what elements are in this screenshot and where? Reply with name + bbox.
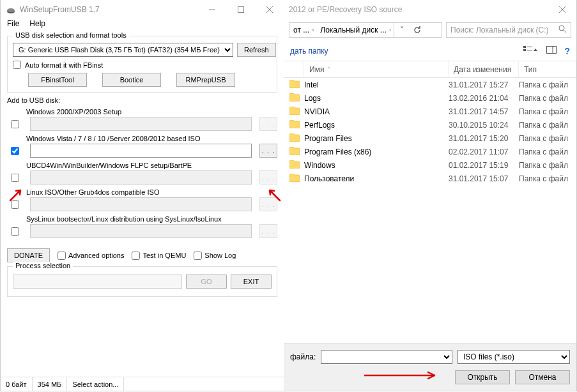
titlebar: WinSetupFromUSB 1.7	[1, 0, 284, 19]
iso2-input[interactable]	[30, 144, 252, 158]
list-item[interactable]: Program Files (x86)02.02.2017 11:07Папка…	[284, 145, 576, 158]
iso3-label: UBCD4Win/WinBuilder/Windows FLPC setup/B…	[26, 162, 277, 169]
file-dialog-window: 2012 or PE/Recovery ISO source от ...› Л…	[284, 0, 577, 391]
iso-section-2: Windows Vista / 7 / 8 / 10 /Server 2008/…	[7, 135, 277, 158]
folder-icon	[289, 80, 300, 90]
folder-icon	[289, 120, 300, 130]
search-input[interactable]: Поиск: Локальный диск (C:)	[446, 22, 571, 38]
list-item[interactable]: NVIDIA31.01.2017 14:57Папка с файл	[284, 105, 576, 118]
path-seg-1[interactable]: от ...›	[289, 23, 316, 37]
close-button[interactable]	[255, 0, 284, 19]
file-list: Intel31.01.2017 15:27Папка с файлLogs13.…	[284, 78, 576, 185]
file-date: 13.02.2016 21:04	[449, 94, 519, 103]
list-item[interactable]: PerfLogs30.10.2015 10:24Папка с файл	[284, 118, 576, 132]
iso2-label: Windows Vista / 7 / 8 / 10 /Server 2008/…	[26, 135, 277, 142]
help-icon[interactable]: ?	[564, 46, 570, 56]
iso4-checkbox[interactable]	[11, 200, 19, 209]
status-free: 354 МБ	[33, 377, 68, 391]
file-date: 30.10.2015 10:24	[449, 121, 519, 130]
file-type: Папка с файл	[519, 161, 576, 170]
autoformat-checkbox[interactable]	[13, 61, 21, 69]
iso5-checkbox[interactable]	[11, 227, 19, 236]
menu-file[interactable]: File	[7, 19, 19, 32]
bootice-button[interactable]: Bootice	[102, 73, 161, 87]
folder-icon	[289, 93, 300, 103]
list-item[interactable]: Logs13.02.2016 21:04Папка с файл	[284, 91, 576, 105]
file-date: 31.01.2017 15:07	[449, 174, 519, 183]
file-name: PerfLogs	[304, 121, 449, 130]
file-date: 02.02.2017 11:07	[449, 147, 519, 156]
filename-label: файла:	[290, 352, 316, 361]
menubar: File Help	[1, 19, 284, 32]
col-type[interactable]: Тип	[519, 61, 576, 77]
view-list-icon[interactable]	[523, 45, 539, 56]
filetype-select[interactable]: ISO files (*.iso)	[458, 350, 570, 364]
fbinst-button[interactable]: FBinstTool	[28, 73, 87, 87]
donate-button[interactable]: DONATE	[7, 248, 50, 262]
cancel-button[interactable]: Отмена	[515, 370, 570, 384]
minimize-button[interactable]	[197, 0, 226, 19]
list-item[interactable]: Пользователи31.01.2017 15:07Папка с файл	[284, 172, 576, 185]
dialog-toolbar: дать папку ?	[284, 41, 576, 61]
iso3-input	[30, 170, 252, 185]
file-name: Пользователи	[304, 174, 449, 183]
chevron-right-icon: ›	[312, 27, 314, 33]
path-dropdown-button[interactable]: ˅	[394, 23, 410, 37]
list-item[interactable]: Program Files31.01.2017 15:20Папка с фай…	[284, 132, 576, 145]
iso4-input	[30, 197, 252, 211]
qemu-checkbox[interactable]	[132, 252, 140, 260]
refresh-icon[interactable]	[410, 23, 425, 37]
svg-rect-11	[527, 47, 532, 47]
file-date: 31.01.2017 15:20	[449, 134, 519, 143]
file-name: Intel	[304, 80, 449, 89]
go-button[interactable]: GO	[186, 275, 227, 289]
pathbar: от ...› Локальный диск ...› ˅ Поиск: Лок…	[284, 19, 576, 41]
file-name: Windows	[304, 161, 449, 170]
col-name[interactable]: Имя ⌃	[304, 61, 449, 77]
new-folder-button[interactable]: дать папку	[290, 47, 328, 56]
preview-pane-icon[interactable]	[546, 46, 557, 56]
usb-selection-group: USB disk selection and format tools G: G…	[7, 36, 277, 93]
iso3-browse-button: . . .	[259, 170, 277, 185]
dialog-titlebar: 2012 or PE/Recovery ISO source	[284, 0, 576, 19]
statusbar: 0 байт 354 МБ Select action...	[1, 377, 284, 391]
disk-select[interactable]: G: Generic USB Flash Disk (3,75 ГБ Tot) …	[13, 43, 233, 57]
filename-input[interactable]	[321, 350, 452, 364]
iso2-browse-button[interactable]: . . .	[259, 144, 277, 158]
menu-help[interactable]: Help	[29, 19, 45, 32]
sort-asc-icon: ⌃	[327, 66, 331, 72]
list-item[interactable]: Intel31.01.2017 15:27Папка с файл	[284, 78, 576, 91]
svg-point-8	[559, 26, 564, 31]
showlog-checkbox[interactable]	[194, 252, 202, 260]
col-date[interactable]: Дата изменения	[449, 61, 519, 77]
dialog-close-button[interactable]	[548, 0, 576, 19]
search-icon	[558, 25, 567, 35]
iso3-checkbox[interactable]	[11, 174, 19, 182]
file-name: NVIDIA	[304, 107, 449, 116]
advanced-checkbox[interactable]	[58, 252, 66, 260]
svg-rect-12	[523, 49, 526, 51]
iso1-browse-button: . . .	[259, 117, 277, 131]
bottom-options: DONATE Advanced options Test in QEMU Sho…	[7, 248, 277, 262]
winsetup-window: WinSetupFromUSB 1.7 File Help USB disk s…	[0, 0, 284, 391]
process-legend: Process selection	[13, 262, 73, 269]
file-name: Program Files	[304, 134, 449, 143]
process-group: Process selection GO EXIT	[7, 266, 277, 297]
exit-button[interactable]: EXIT	[231, 275, 272, 289]
refresh-button[interactable]: Refresh	[237, 43, 276, 57]
maximize-button[interactable]	[226, 0, 255, 19]
iso-section-4: Linux ISO/Other Grub4dos compatible ISO …	[7, 188, 277, 211]
iso2-checkbox[interactable]	[11, 147, 19, 155]
iso1-input	[30, 117, 252, 131]
list-item[interactable]: Windows01.02.2017 15:19Папка с файл	[284, 158, 576, 172]
open-button[interactable]: Открыть	[455, 370, 510, 384]
path-seg-2[interactable]: Локальный диск ...›	[316, 23, 394, 37]
file-date: 01.02.2017 15:19	[449, 161, 519, 170]
breadcrumb[interactable]: от ...› Локальный диск ...› ˅	[289, 22, 442, 38]
search-placeholder: Поиск: Локальный диск (C:)	[450, 26, 548, 34]
iso1-checkbox[interactable]	[11, 120, 19, 128]
rmprep-button[interactable]: RMPrepUSB	[176, 73, 235, 87]
usb-selection-legend: USB disk selection and format tools	[13, 31, 129, 39]
iso1-label: Windows 2000/XP/2003 Setup	[26, 108, 277, 116]
folder-icon	[289, 174, 300, 184]
